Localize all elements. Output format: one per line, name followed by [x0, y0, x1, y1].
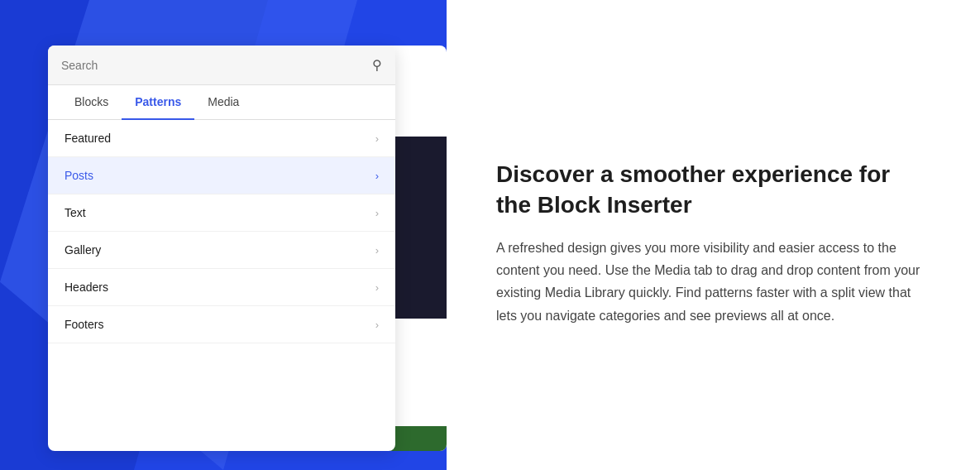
category-headers[interactable]: Headers ›	[48, 269, 395, 306]
tab-patterns[interactable]: Patterns	[122, 85, 194, 120]
tab-blocks[interactable]: Blocks	[61, 85, 122, 120]
left-panel: ⚲ Blocks Patterns Media Featured › Posts…	[0, 0, 447, 470]
category-posts-label: Posts	[65, 169, 93, 182]
category-headers-label: Headers	[65, 281, 108, 294]
category-text[interactable]: Text ›	[48, 194, 395, 232]
tabs-bar: Blocks Patterns Media	[48, 85, 395, 120]
category-footers[interactable]: Footers ›	[48, 306, 395, 343]
category-featured[interactable]: Featured ›	[48, 120, 395, 157]
category-text-label: Text	[65, 206, 86, 219]
chevron-icon: ›	[375, 319, 379, 331]
search-input[interactable]	[61, 59, 372, 72]
main-title: Discover a smoother experience for the B…	[496, 160, 930, 220]
right-panel: Discover a smoother experience for the B…	[447, 0, 980, 470]
tab-media[interactable]: Media	[194, 85, 252, 120]
chevron-icon: ›	[375, 207, 379, 219]
search-icon: ⚲	[372, 57, 382, 73]
category-list: Featured › Posts › Text › Gallery › Head…	[48, 120, 395, 343]
chevron-icon: ›	[375, 281, 379, 294]
chevron-icon: ›	[375, 170, 379, 182]
category-footers-label: Footers	[65, 318, 103, 331]
main-description: A refreshed design gives you more visibi…	[496, 237, 926, 327]
category-featured-label: Featured	[65, 132, 111, 145]
inserter-card: ⚲ Blocks Patterns Media Featured › Posts…	[48, 46, 395, 451]
category-gallery[interactable]: Gallery ›	[48, 232, 395, 269]
search-bar: ⚲	[48, 46, 395, 85]
chevron-icon: ›	[375, 244, 379, 257]
chevron-icon: ›	[375, 132, 379, 145]
category-posts[interactable]: Posts ›	[48, 157, 395, 194]
category-gallery-label: Gallery	[65, 243, 101, 257]
